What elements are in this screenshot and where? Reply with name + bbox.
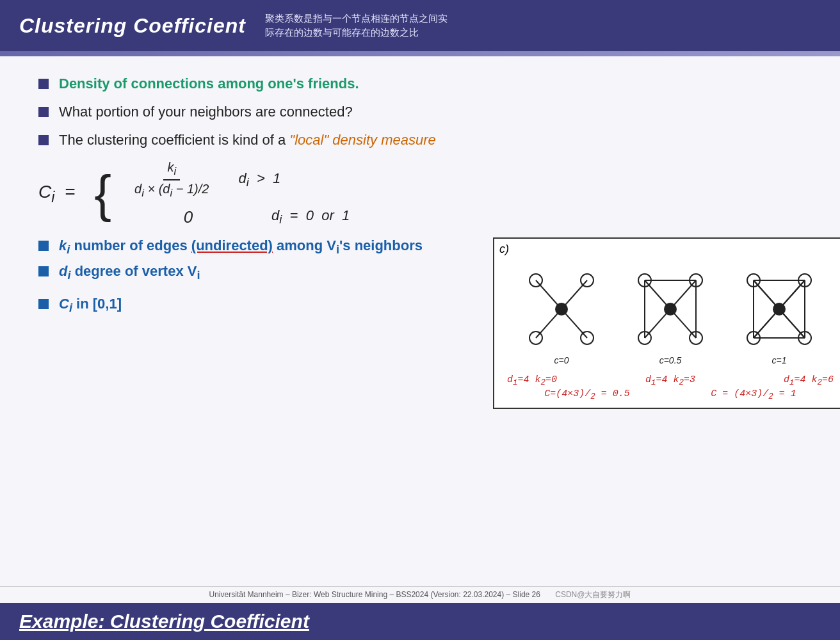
hw-formula-left: C=(4×3)/2 = 0.5 [544, 388, 630, 401]
bullet-item-3: The clustering coefficient is kind of a … [38, 132, 802, 148]
fraction-denominator: di × (di − 1)/2 [131, 180, 213, 200]
watermark: CSDN@大自要努力啊 [555, 590, 631, 599]
hw-formula-right: C = (4×3)/2 = 1 [711, 388, 796, 401]
svg-line-17 [645, 309, 670, 338]
bullet-square-lb3 [38, 299, 49, 309]
ki-text: ki number of edges (undirected) among Vi… [59, 237, 423, 253]
bullet-text-1: Density of connections among one's frien… [59, 76, 359, 92]
slide-header: Clustering Coefficient 聚类系数是指与一个节点相连的节点之… [0, 0, 840, 51]
slide-content: Density of connections among one's frien… [0, 56, 840, 586]
bullet-square-2 [38, 107, 49, 117]
fraction-numerator: ki [163, 160, 180, 180]
bullet-square-lb1 [38, 241, 49, 251]
formula-section: Ci = { ki di × (di − 1)/2 di > 1 0 di = … [38, 160, 802, 227]
slide-subtitle: 聚类系数是指与一个节点相连的节点之间实 际存在的边数与可能存在的边数之比 [265, 12, 448, 40]
bullet-text-2: What portion of your neighbors are conne… [59, 104, 353, 120]
formula-cond-2: di = 0 or 1 [271, 207, 361, 227]
bottom-title-text: Example: Clustering Coefficient [19, 611, 309, 632]
bullet-square-1 [38, 79, 49, 89]
svg-text:c=0: c=0 [554, 355, 569, 365]
hw-mid: di=4 k2=3 [645, 374, 695, 387]
hw-right: di=4 k2=6 [784, 374, 834, 387]
formula-row-1: ki di × (di − 1)/2 di > 1 [131, 160, 361, 200]
footer-text: Universität Mannheim – Bizer: Web Struct… [209, 590, 540, 599]
bullet-square-lb2 [38, 266, 49, 276]
graph-box: c) c=0 [493, 237, 840, 409]
hw-left: di=4 k2=0 [507, 374, 557, 387]
svg-line-6 [561, 280, 587, 309]
svg-text:c=0.5: c=0.5 [659, 355, 682, 365]
bullet-text-3: The clustering coefficient is kind of a … [59, 132, 436, 148]
footer: Universität Mannheim – Bizer: Web Struct… [0, 586, 840, 603]
svg-line-15 [645, 280, 670, 309]
svg-line-7 [536, 309, 561, 338]
brace-symbol: { [94, 168, 111, 220]
highlight-local: "local" density measure [289, 132, 435, 148]
bottom-section: ki number of edges (undirected) among Vi… [38, 237, 802, 409]
bullet-text-lb3: Ci in [0,1] [59, 296, 122, 315]
formula-row-2: 0 di = 0 or 1 [131, 207, 361, 227]
purple-bar [0, 51, 840, 56]
svg-line-5 [536, 280, 561, 309]
formula-cond-1: di > 1 [238, 170, 328, 189]
bullet-item-2: What portion of your neighbors are conne… [38, 104, 802, 120]
bullet-item-lb1: ki number of edges (undirected) among Vi… [38, 237, 423, 257]
bottom-title-bar: Example: Clustering Coefficient [0, 603, 840, 640]
svg-line-16 [670, 280, 696, 309]
svg-text:c=1: c=1 [772, 355, 787, 365]
graph-label-c: c) [499, 243, 509, 256]
svg-line-8 [561, 309, 587, 338]
bullet-item-1: Density of connections among one's frien… [38, 76, 802, 92]
fraction-1: ki di × (di − 1)/2 [131, 160, 213, 200]
svg-line-18 [670, 309, 696, 338]
bullet-text-lb2: di degree of vertex Vi [59, 263, 200, 282]
graph-svg: c=0 [504, 245, 837, 373]
left-bullets: ki number of edges (undirected) among Vi… [38, 237, 423, 326]
formula-cases: ki di × (di − 1)/2 di > 1 0 di = 0 or 1 [131, 160, 361, 227]
formula-zero: 0 [131, 207, 246, 227]
handwritten-below-graph: di=4 k2=0 di=4 k2=3 di=4 k2=6 [504, 374, 837, 387]
slide: Clustering Coefficient 聚类系数是指与一个节点相连的节点之… [0, 0, 840, 640]
slide-title: Clustering Coefficient [19, 14, 246, 38]
bullet-text-lb1: ki number of edges (undirected) among Vi… [59, 237, 423, 257]
handwritten-formula-row: C=(4×3)/2 = 0.5 C = (4×3)/2 = 1 [504, 388, 837, 401]
bullet-item-lb3: Ci in [0,1] [38, 296, 423, 315]
bullet-item-lb2: di degree of vertex Vi [38, 263, 423, 282]
bullet-square-3 [38, 135, 49, 145]
formula-lhs: Ci = [38, 182, 75, 206]
